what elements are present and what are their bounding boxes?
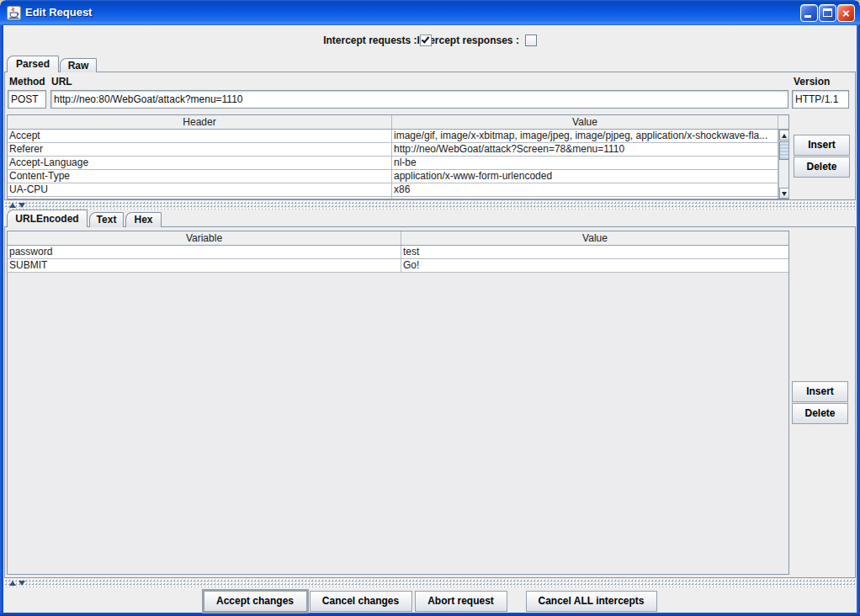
maximize-icon <box>823 8 832 17</box>
arrow-down-icon <box>782 192 787 196</box>
split-divider[interactable] <box>4 201 856 210</box>
java-coffee-icon[interactable] <box>7 6 21 20</box>
arrow-up-icon <box>782 134 787 138</box>
cell[interactable]: SUBMIT <box>8 259 401 272</box>
cell[interactable]: Go! <box>401 259 788 272</box>
cell[interactable]: Content-Type <box>8 170 392 183</box>
column-header[interactable]: Header <box>8 115 392 129</box>
window-title: Edit Request <box>25 0 92 24</box>
table-row[interactable]: Acceptimage/gif, image/x-xbitmap, image/… <box>8 130 778 143</box>
close-icon: × <box>838 5 854 21</box>
params-table-rows: passwordtestSUBMITGo! <box>8 246 788 273</box>
close-button[interactable]: × <box>837 4 855 22</box>
cell[interactable]: nl-be <box>392 157 778 169</box>
intercept-requests-checkbox[interactable] <box>420 35 432 46</box>
split-collapse-up-icon[interactable] <box>9 581 16 586</box>
minimize-icon <box>804 15 811 18</box>
cell[interactable]: Accept-Language <box>8 157 392 169</box>
checkmark-icon <box>421 35 429 43</box>
headers-table-header: Header Value <box>8 115 788 130</box>
params-table-header: Variable Value <box>8 231 788 246</box>
scroll-down-button[interactable] <box>779 188 789 199</box>
intercept-responses-label: Intercept responses : <box>417 35 519 46</box>
cell[interactable]: image/gif, image/x-xbitmap, image/jpeg, … <box>392 130 778 142</box>
table-row[interactable]: Accept-Encodinggzip, deflate <box>8 197 778 199</box>
maximize-button[interactable] <box>819 4 836 22</box>
minimize-button[interactable] <box>800 4 818 22</box>
cell[interactable]: password <box>8 246 401 258</box>
tab-raw[interactable]: Raw <box>60 58 97 72</box>
url-field[interactable] <box>50 90 788 109</box>
params-table: Variable Value passwordtestSUBMITGo! <box>7 231 789 575</box>
headers-table-rows: Acceptimage/gif, image/x-xbitmap, image/… <box>8 130 778 199</box>
table-row[interactable]: Refererhttp://neo/WebGoat/attack?Screen=… <box>8 143 778 157</box>
cell[interactable]: x86 <box>392 183 778 196</box>
titlebar[interactable]: Edit Request × <box>0 0 860 25</box>
cancel-changes-button[interactable]: Cancel changes <box>310 591 412 612</box>
headers-delete-button[interactable]: Delete <box>794 157 850 178</box>
column-header[interactable]: Value <box>401 231 788 245</box>
version-label: Version <box>794 76 830 88</box>
tab-parsed[interactable]: Parsed <box>7 56 59 72</box>
header-corner <box>778 115 788 129</box>
method-label: Method <box>9 76 45 88</box>
cell[interactable]: http://neo/WebGoat/attack?Screen=78&menu… <box>392 143 778 156</box>
cell[interactable]: Accept-Encoding <box>8 197 392 199</box>
footer-button-row: Accept changes Cancel changes Abort requ… <box>3 590 857 613</box>
split-expand-down-icon[interactable] <box>19 581 25 586</box>
abort-request-button[interactable]: Abort request <box>415 591 507 612</box>
table-row[interactable]: UA-CPUx86 <box>8 183 778 197</box>
params-delete-button[interactable]: Delete <box>792 403 848 424</box>
scroll-up-button[interactable] <box>779 130 789 141</box>
version-field[interactable] <box>792 90 849 109</box>
tab-text[interactable]: Text <box>89 212 124 227</box>
tab-hex[interactable]: Hex <box>125 212 162 227</box>
cell[interactable]: Referer <box>8 143 392 156</box>
cell[interactable]: Accept <box>8 130 392 142</box>
accept-changes-button[interactable]: Accept changes <box>204 591 307 612</box>
cell[interactable]: application/x-www-form-urlencoded <box>392 170 778 183</box>
cell[interactable]: test <box>401 246 788 258</box>
table-row[interactable]: Accept-Languagenl-be <box>8 157 778 170</box>
split-divider[interactable] <box>4 579 856 587</box>
split-expand-down-icon[interactable] <box>19 203 25 208</box>
headers-insert-button[interactable]: Insert <box>794 135 850 156</box>
intercept-options-row: Intercept requests : Intercept responses… <box>3 30 857 50</box>
window-border-right <box>857 24 860 616</box>
intercept-requests-label: Intercept requests : <box>323 35 417 46</box>
edit-request-window: Edit Request × Intercept requests : Inte… <box>0 0 860 616</box>
column-header[interactable]: Variable <box>8 231 401 245</box>
table-row[interactable]: SUBMITGo! <box>8 259 788 273</box>
tab-urlencoded[interactable]: URLEncoded <box>7 210 88 227</box>
window-border-left <box>0 24 3 616</box>
params-insert-button[interactable]: Insert <box>792 381 848 402</box>
cancel-all-intercepts-button[interactable]: Cancel ALL intercepts <box>526 591 657 612</box>
intercept-responses-checkbox[interactable] <box>525 35 537 46</box>
cell[interactable]: UA-CPU <box>8 183 392 196</box>
scrollbar-thumb[interactable] <box>779 141 789 160</box>
table-row[interactable]: passwordtest <box>8 246 788 259</box>
url-label: URL <box>51 76 72 88</box>
headers-table: Header Value Acceptimage/gif, image/x-xb… <box>7 114 789 199</box>
cell[interactable]: gzip, deflate <box>392 197 778 199</box>
vertical-scrollbar[interactable] <box>778 130 788 199</box>
method-field[interactable] <box>8 90 46 109</box>
column-header[interactable]: Value <box>392 115 778 129</box>
table-row[interactable]: Content-Typeapplication/x-www-form-urlen… <box>8 170 778 183</box>
split-collapse-up-icon[interactable] <box>9 203 16 208</box>
